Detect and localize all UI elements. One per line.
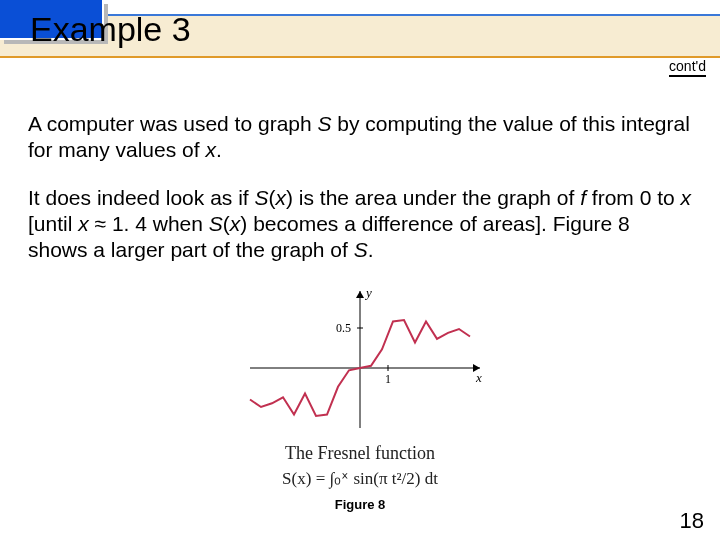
var-x: x	[78, 212, 89, 235]
text: It does indeed look as if	[28, 186, 254, 209]
paragraph-2: It does indeed look as if S(x) is the ar…	[28, 185, 692, 264]
text: ≈ 1. 4 when	[89, 212, 209, 235]
svg-marker-3	[356, 291, 364, 298]
figure-label: Figure 8	[210, 497, 510, 512]
contd-label: cont'd	[669, 58, 706, 77]
header-band: Example 3 cont'd	[0, 0, 720, 62]
var-S: S	[209, 212, 223, 235]
y-tick: 0.5	[336, 321, 351, 335]
text: ) is the area under the graph of	[286, 186, 580, 209]
text: A computer was used to graph	[28, 112, 318, 135]
page-number: 18	[680, 508, 704, 534]
text: .	[216, 138, 222, 161]
text: .	[368, 238, 374, 261]
page-title: Example 3	[30, 10, 191, 49]
y-axis-label: y	[364, 285, 372, 300]
text: [until	[28, 212, 78, 235]
body: A computer was used to graph S by comput…	[0, 62, 720, 512]
var-x: x	[276, 186, 287, 209]
var-x: x	[205, 138, 216, 161]
paragraph-1: A computer was used to graph S by comput…	[28, 111, 692, 164]
var-S: S	[318, 112, 332, 135]
fresnel-plot: 0.5 1 y x	[230, 283, 490, 433]
x-tick: 1	[385, 372, 391, 386]
var-x: x	[681, 186, 692, 209]
figure-title: The Fresnel function	[210, 443, 510, 464]
figure-wrap: 0.5 1 y x The Fresnel function S(x) = ∫₀…	[210, 283, 510, 512]
text: from 0 to	[586, 186, 681, 209]
text: (	[223, 212, 230, 235]
figure-formula: S(x) = ∫₀ˣ sin(π t²/2) dt	[210, 468, 510, 489]
var-S: S	[254, 186, 268, 209]
x-axis-label: x	[475, 370, 482, 385]
var-x: x	[230, 212, 241, 235]
text: (	[269, 186, 276, 209]
var-S: S	[354, 238, 368, 261]
